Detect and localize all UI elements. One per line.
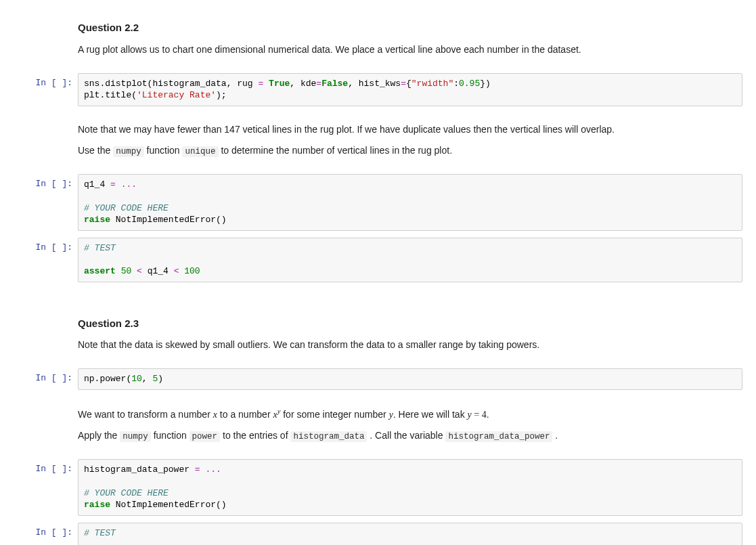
heading-q23: Question 2.3 [78, 316, 742, 332]
code-token [116, 266, 121, 276]
code-token: , [142, 374, 153, 384]
code-token: raise [84, 500, 110, 510]
code-comment: # TEST [84, 528, 116, 538]
text-note: Note that we may have fewer than 147 vet… [78, 123, 742, 137]
prompt-in: In [ ]: [0, 459, 78, 516]
text-span: . Call the variable [367, 430, 445, 441]
text-span: . Here we will tak [393, 409, 468, 420]
code-token: ); [216, 90, 227, 100]
code-token: raise [84, 215, 110, 225]
code-token: True [269, 79, 290, 89]
code-token: assert [84, 266, 116, 276]
code-token: ) [158, 374, 163, 384]
code-cell-2: In [ ]: q1_4 = ...# YOUR CODE HEREraise … [0, 171, 756, 234]
code-token: = [195, 464, 200, 475]
markdown-cell-q23-heading: Question 2.3 Note that the data is skewe… [0, 303, 756, 365]
prompt-in: In [ ]: [0, 174, 78, 231]
code-comment: # YOUR CODE HERE [84, 488, 169, 498]
code-token: 50 [121, 266, 132, 276]
code-token: }) [480, 79, 491, 89]
markdown-cell-md5: We want to transform a number x to a num… [0, 394, 756, 455]
code-token: = [316, 79, 321, 89]
text-apply: Apply the numpy function power to the en… [78, 429, 742, 443]
code-comment: # TEST [84, 243, 116, 253]
code-token: : [453, 79, 459, 89]
code-token [263, 79, 269, 89]
inline-code: numpy [120, 431, 151, 442]
heading-q22: Question 2.2 [78, 20, 742, 36]
text-q23-intro: Note that the data is skewed by small ou… [78, 338, 742, 352]
code-cell-5: In [ ]: histogram_data_power = ...# YOUR… [0, 456, 756, 519]
math-eq: = [472, 410, 482, 420]
code-token: np.power( [84, 374, 131, 384]
code-token: ... [116, 179, 137, 190]
inline-code: unique [182, 146, 218, 157]
code-token: sns.distplot(histogram_data, rug [84, 79, 258, 89]
inline-code: power [190, 431, 221, 442]
code-cell-3: In [ ]: # TESTassert 50 < q1_4 < 100 [0, 235, 756, 285]
text-span: We want to transform a number [78, 409, 213, 420]
code-token: "rwidth" [412, 79, 453, 89]
code-cell-1: In [ ]: sns.distplot(histogram_data, rug… [0, 70, 756, 109]
prompt-in: In [ ]: [0, 73, 78, 106]
code-token: 100 [184, 266, 200, 276]
code-token: False [321, 79, 348, 89]
math-xy: xy [273, 410, 280, 420]
text-instruction: Use the numpy function unique to determi… [78, 144, 742, 158]
code-input-1[interactable]: sns.distplot(histogram_data, rug = True,… [78, 73, 742, 106]
code-input-3[interactable]: # TESTassert 50 < q1_4 < 100 [78, 238, 742, 282]
text-q22-intro: A rug plot allows us to chart one dimens… [78, 43, 742, 57]
text-span: for some integer number [280, 409, 388, 420]
inline-code: histogram_data [290, 431, 367, 442]
code-cell-6: In [ ]: # TESTassert histogram_data_powe… [0, 520, 756, 545]
prompt-in: In [ ]: [0, 523, 78, 545]
text-span: to determine the number of vertical line… [219, 145, 453, 156]
code-token: 10 [131, 374, 142, 384]
prompt-empty [0, 305, 78, 362]
prompt-empty [0, 113, 78, 168]
code-token: { [406, 79, 412, 89]
prompt-in: In [ ]: [0, 368, 78, 390]
text-transform: We want to transform a number x to a num… [78, 406, 742, 422]
code-token: NotImplementedError() [110, 500, 227, 510]
code-token: q1_4 [84, 179, 110, 190]
text-span: . [552, 430, 558, 441]
text-span: to a number [217, 409, 273, 420]
text-span: function [151, 430, 190, 441]
text-span: Apply the [78, 430, 120, 441]
inline-code: histogram_data_power [445, 431, 552, 442]
prompt-empty [0, 397, 78, 452]
code-input-6[interactable]: # TESTassert histogram_data_power.shape … [78, 523, 742, 545]
code-input-5[interactable]: histogram_data_power = ...# YOUR CODE HE… [78, 459, 742, 516]
code-comment: # YOUR CODE HERE [84, 203, 169, 213]
inline-code: numpy [113, 146, 144, 157]
code-token: = [110, 179, 116, 190]
prompt-in: In [ ]: [0, 238, 78, 282]
code-token: 'Literacy Rate' [137, 90, 216, 100]
code-input-4[interactable]: np.power(10, 5) [78, 368, 742, 390]
code-token: ... [200, 464, 221, 475]
code-token: = [401, 79, 406, 89]
text-span: to the entries of [220, 430, 290, 441]
markdown-cell-q22-heading: Question 2.2 A rug plot allows us to cha… [0, 7, 756, 69]
code-token: NotImplementedError() [110, 215, 227, 225]
text-span: function [144, 145, 183, 156]
text-span: Use the [78, 145, 113, 156]
code-token: < [131, 266, 147, 276]
code-token: , hist_kws [348, 79, 401, 89]
code-token: plt.title( [84, 90, 137, 100]
notebook: Question 2.2 A rug plot allows us to cha… [0, 0, 756, 545]
code-input-2[interactable]: q1_4 = ...# YOUR CODE HEREraise NotImple… [78, 174, 742, 231]
code-token: , kde [290, 79, 316, 89]
markdown-cell-md2: Note that we may have fewer than 147 vet… [0, 110, 756, 171]
code-token: < [169, 266, 184, 276]
code-token: histogram_data_power [84, 464, 195, 475]
math-num: 4 [482, 410, 487, 420]
prompt-empty [0, 9, 78, 66]
text-span: . [487, 409, 489, 420]
code-cell-4: In [ ]: np.power(10, 5) [0, 366, 756, 393]
code-token: q1_4 [148, 266, 169, 276]
code-token: 0.95 [459, 79, 480, 89]
